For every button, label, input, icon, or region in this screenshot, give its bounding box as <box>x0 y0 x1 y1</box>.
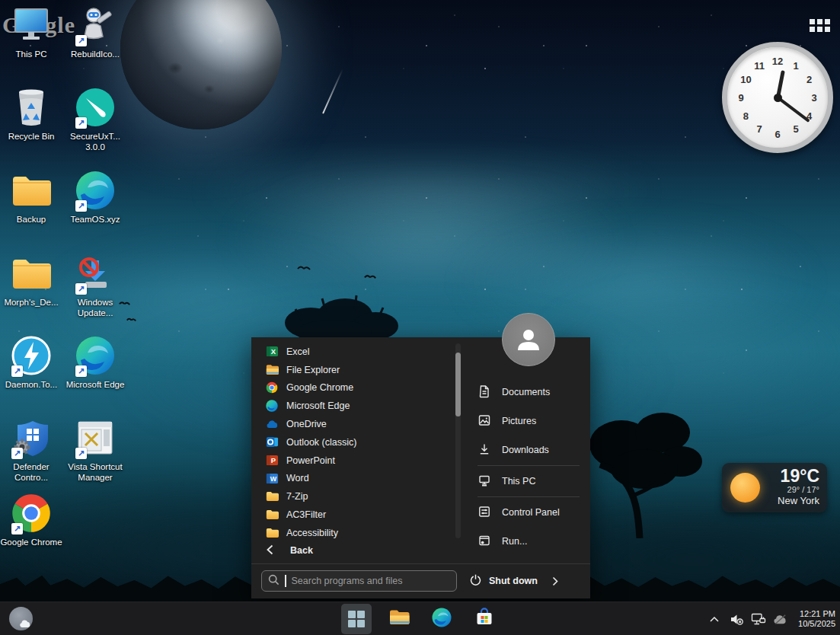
taskbar-microsoft-edge[interactable] <box>426 604 457 634</box>
powerpoint-icon: P <box>265 454 279 467</box>
volume-muted-icon[interactable] <box>729 611 744 627</box>
start-menu-footer: Search programs and files Shut down <box>251 563 590 598</box>
desktop-icon-rebuildicons[interactable]: ↗ RebuildIco... <box>64 6 126 59</box>
program-item-file-explorer[interactable]: File Explorer <box>259 361 449 379</box>
desktop-icon-backup[interactable]: Backup <box>0 171 62 225</box>
tree-silhouette <box>586 405 708 538</box>
folder-icon <box>11 174 51 210</box>
menu-item-documents[interactable]: Documents <box>468 378 589 407</box>
clock-number: 8 <box>743 110 749 122</box>
weather-city: New York <box>778 495 819 506</box>
menu-item-pictures[interactable]: Pictures <box>468 407 589 436</box>
edge-browser-icon <box>432 608 452 630</box>
weather-temperature: 19°C <box>778 467 819 485</box>
chevron-right-icon[interactable] <box>552 576 558 586</box>
program-label: OneDrive <box>286 419 327 429</box>
clock-number: 12 <box>772 56 783 67</box>
shortcut-arrow-icon: ↗ <box>75 200 87 212</box>
user-avatar[interactable] <box>502 313 555 366</box>
widgets-button[interactable] <box>9 607 33 630</box>
program-label: Word <box>286 473 309 483</box>
onedrive-icon <box>265 417 279 431</box>
search-placeholder: Search programs and files <box>292 576 403 586</box>
desktop-icon-label: This PC <box>16 49 47 59</box>
program-item-accessibility[interactable]: Accessibility <box>259 524 449 541</box>
desktop-icon-secureuxtheme[interactable]: ↗ SecureUxT... 3.0.0 <box>64 88 126 153</box>
taskbar: 12:21 PM 10/5/2025 <box>0 601 840 635</box>
program-item-onedrive[interactable]: OneDrive <box>259 415 449 433</box>
program-list-scrollbar[interactable] <box>455 343 461 538</box>
hidden-icons-chevron[interactable] <box>707 611 722 627</box>
menu-item-label: Control Panel <box>502 507 560 518</box>
clock-number: 6 <box>775 129 780 140</box>
desktop-icon-daemon-tools[interactable]: ↗ Daemon.To... <box>0 337 62 390</box>
menu-item-downloads[interactable]: Downloads <box>468 436 589 464</box>
desktop-icon-defender-control[interactable]: ↗ Defender Contro... <box>0 419 62 483</box>
desktop-icon-label: Backup <box>17 214 46 225</box>
desktop-icon-label: Recycle Bin <box>8 131 55 142</box>
app-grid-icon[interactable] <box>810 19 832 34</box>
onedrive-paused-cloud-icon[interactable] <box>773 611 788 627</box>
desktop-icon-vista-shortcut-manager[interactable]: ↗ Vista Shortcut Manager <box>64 419 126 483</box>
shortcut-arrow-icon: ↗ <box>75 117 87 129</box>
program-label: AC3Filter <box>286 509 326 520</box>
weather-widget[interactable]: 19°C 29° / 17° New York <box>722 463 827 512</box>
clock-number: 1 <box>793 60 798 72</box>
program-item-google-chrome[interactable]: Google Chrome <box>259 379 449 397</box>
desktop-icon-label: RebuildIco... <box>71 49 120 59</box>
shortcut-arrow-icon: ↗ <box>75 35 87 46</box>
menu-item-this-pc[interactable]: This PC <box>468 467 589 496</box>
network-icon[interactable] <box>751 611 766 627</box>
monitor-icon <box>477 474 491 490</box>
chevron-left-icon <box>267 544 273 557</box>
shortcut-arrow-icon: ↗ <box>11 448 23 459</box>
power-icon <box>469 573 482 589</box>
desktop-icon-label: Windows Update... <box>64 297 126 319</box>
clock-number: 9 <box>738 92 743 104</box>
program-item-powerpoint[interactable]: P PowerPoint <box>259 452 449 470</box>
folder-icon <box>265 508 279 522</box>
clock-number: 11 <box>754 60 765 72</box>
person-icon <box>515 326 542 353</box>
control-panel-icon <box>477 505 491 521</box>
program-item-excel[interactable]: X Excel <box>259 343 449 361</box>
word-icon: W <box>265 471 279 485</box>
svg-text:P: P <box>270 456 275 464</box>
taskbar-clock[interactable]: 12:21 PM 10/5/2025 <box>795 609 835 630</box>
desktop-icon-windows-update-blocker[interactable]: ↗ Windows Update... <box>64 254 126 319</box>
taskbar-microsoft-store[interactable] <box>469 604 500 634</box>
desktop-icon-label: Google Chrome <box>0 537 62 547</box>
shortcut-arrow-icon: ↗ <box>11 523 23 534</box>
desktop-icon-google-chrome[interactable]: ↗ Google Chrome <box>0 494 62 547</box>
scrollbar-thumb[interactable] <box>455 353 461 416</box>
menu-item-run[interactable]: Run... <box>468 527 589 556</box>
desktop-icon-label: SecureUxT... 3.0.0 <box>64 131 126 153</box>
program-item-ac3filter[interactable]: AC3Filter <box>259 506 449 524</box>
desktop-icon-microsoft-edge[interactable]: ↗ Microsoft Edge <box>64 337 126 390</box>
taskbar-file-explorer[interactable] <box>384 604 414 634</box>
program-label: Excel <box>286 346 310 357</box>
shutdown-button[interactable]: Shut down <box>469 570 558 592</box>
menu-item-control-panel[interactable]: Control Panel <box>468 498 589 527</box>
windows-logo-icon <box>348 611 365 627</box>
desktop-icon-label: Morph's_De... <box>4 297 58 308</box>
run-icon <box>477 534 491 550</box>
search-input[interactable]: Search programs and files <box>261 570 457 592</box>
excel-icon: X <box>265 345 279 359</box>
store-icon <box>474 608 494 630</box>
edge-browser-icon <box>265 399 279 413</box>
program-item-microsoft-edge[interactable]: Microsoft Edge <box>259 397 449 415</box>
desktop-icon-this-pc[interactable]: This PC <box>0 6 62 59</box>
back-button[interactable]: Back <box>259 540 468 561</box>
program-item-word[interactable]: W Word <box>259 470 449 488</box>
program-item-7zip[interactable]: 7-Zip <box>259 487 449 506</box>
cloud-icon <box>19 620 31 628</box>
desktop-icon-recycle-bin[interactable]: Recycle Bin <box>0 88 62 142</box>
desktop-icon-morphs-de[interactable]: Morph's_De... <box>0 254 62 308</box>
desktop-icon-teamos[interactable]: ↗ TeamOS.xyz <box>64 171 126 225</box>
document-icon <box>477 385 491 400</box>
tree-silhouette <box>280 286 402 340</box>
program-item-outlook[interactable]: Outlook (classic) <box>259 433 449 452</box>
start-button[interactable] <box>341 604 372 634</box>
analog-clock-widget[interactable]: 1 2 3 4 5 6 7 8 9 10 11 12 <box>722 42 833 153</box>
